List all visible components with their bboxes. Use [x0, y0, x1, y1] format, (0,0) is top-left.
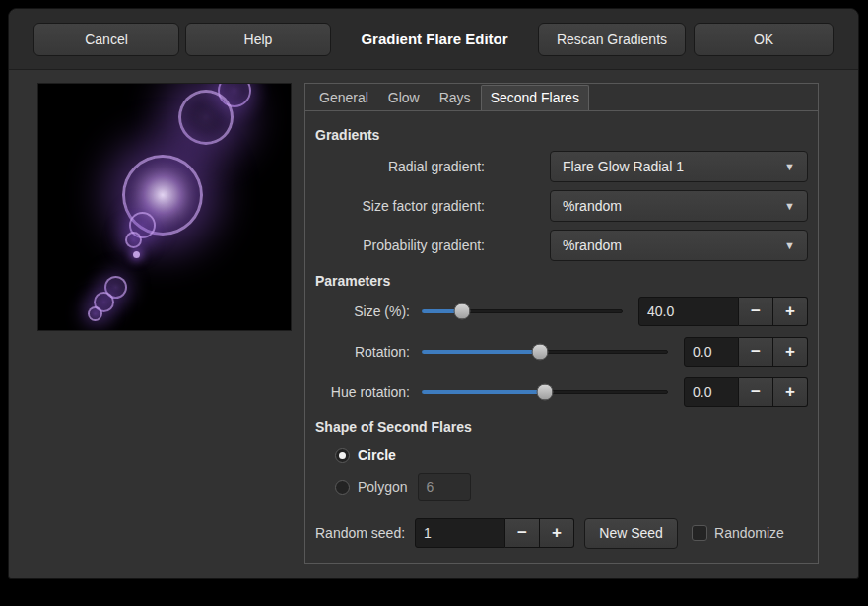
flare-ring — [178, 90, 234, 145]
hue-rotation-increase-button[interactable]: + — [773, 377, 808, 407]
hue-rotation-label: Hue rotation: — [315, 384, 410, 400]
tab-general[interactable]: General — [309, 85, 378, 110]
flare-ring — [88, 306, 102, 321]
size-row: Size (%): 40.0 − + — [315, 297, 808, 326]
size-factor-gradient-dropdown[interactable]: %random ▼ — [550, 190, 808, 222]
flare-ring — [125, 232, 142, 248]
slider-handle[interactable] — [453, 303, 470, 320]
size-decrease-button[interactable]: − — [739, 297, 773, 326]
tab-glow[interactable]: Glow — [378, 85, 430, 110]
size-increase-button[interactable]: + — [773, 297, 808, 326]
circle-radio-label: Circle — [358, 447, 396, 463]
radial-gradient-value: Flare Glow Radial 1 — [563, 159, 684, 174]
rotation-value-field[interactable]: 0.0 — [684, 337, 739, 367]
rotation-slider[interactable] — [422, 337, 668, 367]
seed-increase-button[interactable]: + — [540, 518, 574, 548]
rescan-gradients-button[interactable]: Rescan Gradients — [538, 23, 686, 56]
randomize-label: Randomize — [714, 525, 784, 541]
hue-rotation-spinbox: 0.0 − + — [684, 377, 808, 407]
size-label: Size (%): — [315, 303, 410, 319]
seed-decrease-button[interactable]: − — [505, 518, 540, 548]
size-slider[interactable] — [422, 297, 623, 326]
parameters-heading: Parameters — [315, 273, 808, 289]
slider-fill — [422, 390, 545, 394]
rotation-row: Rotation: 0.0 − + — [315, 337, 808, 367]
rotation-increase-button[interactable]: + — [773, 337, 808, 367]
cancel-button[interactable]: Cancel — [33, 23, 179, 56]
chevron-down-icon: ▼ — [784, 239, 795, 251]
polygon-radio-label: Polygon — [358, 479, 408, 495]
probability-gradient-value: %random — [563, 237, 622, 253]
chevron-down-icon: ▼ — [784, 200, 795, 212]
hue-rotation-value-field[interactable]: 0.0 — [684, 377, 739, 407]
hue-rotation-decrease-button[interactable]: − — [739, 377, 773, 407]
slider-handle[interactable] — [532, 344, 549, 361]
size-factor-gradient-row: Size factor gradient: %random ▼ — [315, 190, 808, 222]
size-factor-gradient-label: Size factor gradient: — [315, 198, 485, 214]
size-value-field[interactable]: 40.0 — [638, 297, 739, 326]
header-bar: Cancel Help Gradient Flare Editor Rescan… — [9, 9, 858, 70]
hue-rotation-row: Hue rotation: 0.0 − + — [315, 377, 808, 407]
random-seed-row: Random seed: 1 − + New Seed Randomize — [315, 517, 808, 549]
slider-fill — [422, 350, 540, 354]
size-spinbox: 40.0 − + — [638, 297, 808, 326]
radio-selected-dot — [339, 452, 346, 459]
tab-bar: General Glow Rays Second Flares — [305, 84, 818, 111]
settings-panel: General Glow Rays Second Flares Gradient… — [304, 83, 819, 564]
rotation-decrease-button[interactable]: − — [739, 337, 773, 367]
chevron-down-icon: ▼ — [784, 161, 795, 172]
flare-dot — [133, 251, 140, 258]
probability-gradient-dropdown[interactable]: %random ▼ — [550, 230, 808, 261]
ok-button[interactable]: OK — [694, 23, 834, 56]
radial-gradient-row: Radial gradient: Flare Glow Radial 1 ▼ — [315, 151, 808, 182]
tab-second-flares[interactable]: Second Flares — [481, 85, 589, 110]
polygon-radio[interactable] — [335, 480, 350, 495]
window-title: Gradient Flare Editor — [331, 31, 538, 47]
probability-gradient-row: Probability gradient: %random ▼ — [315, 230, 808, 261]
rotation-label: Rotation: — [315, 344, 410, 360]
gradient-flare-editor-dialog: Cancel Help Gradient Flare Editor Rescan… — [8, 8, 859, 579]
help-button[interactable]: Help — [185, 23, 331, 56]
polygon-radio-row: Polygon 6 — [335, 474, 808, 500]
random-seed-label: Random seed: — [315, 525, 405, 541]
circle-radio[interactable] — [335, 448, 350, 463]
shape-heading: Shape of Second Flares — [315, 419, 808, 435]
radial-gradient-dropdown[interactable]: Flare Glow Radial 1 ▼ — [550, 151, 808, 182]
circle-radio-row: Circle — [335, 442, 808, 468]
rotation-spinbox: 0.0 − + — [684, 337, 808, 367]
flare-preview — [37, 83, 292, 331]
screen: { "header": { "cancel": "Cancel", "help"… — [0, 0, 868, 606]
random-seed-spinbox: − + — [505, 518, 574, 548]
hue-rotation-slider[interactable] — [422, 377, 668, 407]
probability-gradient-label: Probability gradient: — [315, 237, 485, 253]
randomize-checkbox[interactable] — [692, 525, 707, 541]
tab-rays[interactable]: Rays — [430, 85, 481, 110]
slider-handle[interactable] — [537, 384, 554, 401]
polygon-sides-field: 6 — [418, 473, 471, 501]
new-seed-button[interactable]: New Seed — [584, 518, 678, 549]
size-factor-gradient-value: %random — [563, 198, 622, 214]
random-seed-field[interactable]: 1 — [415, 518, 505, 548]
radial-gradient-label: Radial gradient: — [315, 159, 485, 174]
dialog-body: General Glow Rays Second Flares Gradient… — [9, 70, 858, 579]
gradients-heading: Gradients — [315, 127, 808, 143]
tab-content: Gradients Radial gradient: Flare Glow Ra… — [305, 111, 818, 549]
